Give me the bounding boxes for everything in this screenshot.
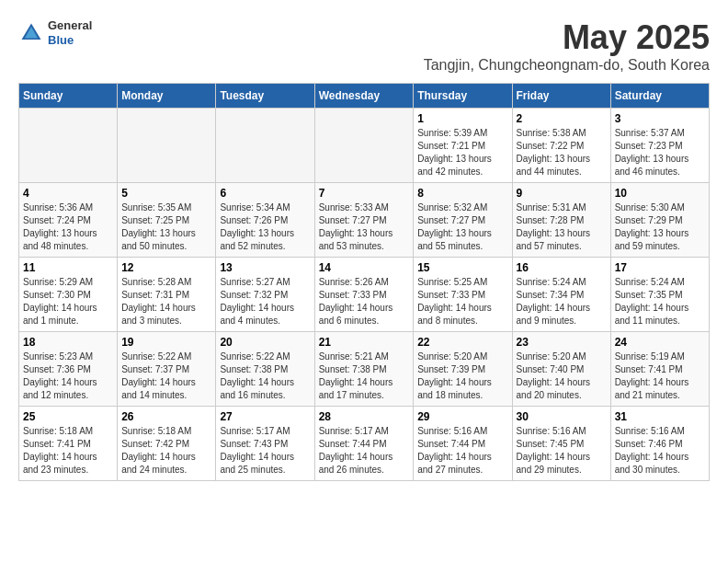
day-number: 15 — [417, 261, 507, 274]
day-info: Sunrise: 5:22 AM Sunset: 7:38 PM Dayligh… — [220, 350, 310, 402]
calendar-day-cell: 31Sunrise: 5:16 AM Sunset: 7:46 PM Dayli… — [610, 407, 709, 481]
calendar-day-cell: 27Sunrise: 5:17 AM Sunset: 7:43 PM Dayli… — [216, 407, 314, 481]
day-info: Sunrise: 5:36 AM Sunset: 7:24 PM Dayligh… — [23, 201, 113, 253]
logo-general: General — [48, 18, 92, 33]
calendar-day-cell: 28Sunrise: 5:17 AM Sunset: 7:44 PM Dayli… — [314, 407, 414, 481]
day-info: Sunrise: 5:26 AM Sunset: 7:33 PM Dayligh… — [319, 276, 410, 327]
day-number: 28 — [319, 410, 410, 423]
calendar-day-cell: 10Sunrise: 5:30 AM Sunset: 7:29 PM Dayli… — [610, 183, 709, 258]
day-number: 22 — [417, 336, 507, 349]
day-info: Sunrise: 5:17 AM Sunset: 7:43 PM Dayligh… — [220, 425, 310, 477]
weekday-header: Saturday — [610, 84, 709, 109]
weekday-header: Wednesday — [314, 84, 414, 109]
calendar-week-row: 11Sunrise: 5:29 AM Sunset: 7:30 PM Dayli… — [19, 258, 710, 332]
logo-text: General Blue — [48, 18, 92, 47]
calendar-day-cell: 25Sunrise: 5:18 AM Sunset: 7:41 PM Dayli… — [19, 407, 118, 481]
calendar-day-cell: 22Sunrise: 5:20 AM Sunset: 7:39 PM Dayli… — [414, 332, 512, 407]
day-number: 4 — [23, 187, 113, 200]
day-info: Sunrise: 5:16 AM Sunset: 7:44 PM Dayligh… — [417, 425, 507, 477]
day-info: Sunrise: 5:27 AM Sunset: 7:32 PM Dayligh… — [220, 276, 310, 327]
calendar-day-cell — [118, 109, 216, 183]
weekday-header: Monday — [118, 84, 216, 109]
day-info: Sunrise: 5:20 AM Sunset: 7:39 PM Dayligh… — [417, 350, 507, 402]
calendar-day-cell: 12Sunrise: 5:28 AM Sunset: 7:31 PM Dayli… — [118, 258, 216, 332]
calendar-day-cell — [19, 109, 118, 183]
calendar-day-cell: 3Sunrise: 5:37 AM Sunset: 7:23 PM Daylig… — [610, 109, 709, 183]
calendar-day-cell: 2Sunrise: 5:38 AM Sunset: 7:22 PM Daylig… — [512, 109, 610, 183]
calendar-day-cell: 7Sunrise: 5:33 AM Sunset: 7:27 PM Daylig… — [314, 183, 414, 258]
day-info: Sunrise: 5:19 AM Sunset: 7:41 PM Dayligh… — [615, 350, 705, 402]
calendar-day-cell: 24Sunrise: 5:19 AM Sunset: 7:41 PM Dayli… — [610, 332, 709, 407]
day-number: 7 — [319, 187, 410, 200]
day-number: 3 — [615, 112, 705, 125]
day-number: 24 — [615, 336, 705, 349]
calendar-day-cell: 6Sunrise: 5:34 AM Sunset: 7:26 PM Daylig… — [216, 183, 314, 258]
calendar-day-cell: 20Sunrise: 5:22 AM Sunset: 7:38 PM Dayli… — [216, 332, 314, 407]
calendar-table: SundayMondayTuesdayWednesdayThursdayFrid… — [18, 83, 710, 481]
day-info: Sunrise: 5:28 AM Sunset: 7:31 PM Dayligh… — [121, 276, 211, 327]
day-number: 17 — [615, 261, 705, 274]
calendar-day-cell: 9Sunrise: 5:31 AM Sunset: 7:28 PM Daylig… — [512, 183, 610, 258]
day-number: 14 — [319, 261, 410, 274]
calendar-day-cell: 30Sunrise: 5:16 AM Sunset: 7:45 PM Dayli… — [512, 407, 610, 481]
calendar-day-cell: 21Sunrise: 5:21 AM Sunset: 7:38 PM Dayli… — [314, 332, 414, 407]
day-info: Sunrise: 5:16 AM Sunset: 7:46 PM Dayligh… — [615, 425, 705, 477]
calendar-week-row: 25Sunrise: 5:18 AM Sunset: 7:41 PM Dayli… — [19, 407, 710, 481]
calendar-day-cell: 11Sunrise: 5:29 AM Sunset: 7:30 PM Dayli… — [19, 258, 118, 332]
day-info: Sunrise: 5:34 AM Sunset: 7:26 PM Dayligh… — [220, 201, 310, 253]
day-number: 9 — [517, 187, 607, 200]
month-title: May 2025 — [424, 18, 710, 57]
calendar-day-cell — [314, 109, 414, 183]
day-info: Sunrise: 5:23 AM Sunset: 7:36 PM Dayligh… — [23, 350, 113, 402]
calendar-day-cell: 18Sunrise: 5:23 AM Sunset: 7:36 PM Dayli… — [19, 332, 118, 407]
day-info: Sunrise: 5:31 AM Sunset: 7:28 PM Dayligh… — [517, 201, 607, 253]
page-header: General Blue May 2025 Tangjin, Chungcheo… — [18, 18, 710, 74]
calendar-day-cell: 23Sunrise: 5:20 AM Sunset: 7:40 PM Dayli… — [512, 332, 610, 407]
day-info: Sunrise: 5:20 AM Sunset: 7:40 PM Dayligh… — [517, 350, 607, 402]
calendar-day-cell: 29Sunrise: 5:16 AM Sunset: 7:44 PM Dayli… — [414, 407, 512, 481]
day-info: Sunrise: 5:39 AM Sunset: 7:21 PM Dayligh… — [417, 127, 507, 178]
day-info: Sunrise: 5:30 AM Sunset: 7:29 PM Dayligh… — [615, 201, 705, 253]
calendar-day-cell: 5Sunrise: 5:35 AM Sunset: 7:25 PM Daylig… — [118, 183, 216, 258]
day-info: Sunrise: 5:18 AM Sunset: 7:41 PM Dayligh… — [23, 425, 113, 477]
day-number: 20 — [220, 336, 310, 349]
day-info: Sunrise: 5:33 AM Sunset: 7:27 PM Dayligh… — [319, 201, 410, 253]
day-info: Sunrise: 5:16 AM Sunset: 7:45 PM Dayligh… — [517, 425, 607, 477]
calendar-day-cell: 14Sunrise: 5:26 AM Sunset: 7:33 PM Dayli… — [314, 258, 414, 332]
day-number: 12 — [121, 261, 211, 274]
calendar-week-row: 1Sunrise: 5:39 AM Sunset: 7:21 PM Daylig… — [19, 109, 710, 183]
calendar-day-cell: 13Sunrise: 5:27 AM Sunset: 7:32 PM Dayli… — [216, 258, 314, 332]
day-info: Sunrise: 5:25 AM Sunset: 7:33 PM Dayligh… — [417, 276, 507, 327]
calendar-week-row: 4Sunrise: 5:36 AM Sunset: 7:24 PM Daylig… — [19, 183, 710, 258]
logo: General Blue — [18, 18, 92, 47]
day-number: 2 — [517, 112, 607, 125]
day-number: 5 — [121, 187, 211, 200]
day-number: 8 — [417, 187, 507, 200]
weekday-header: Thursday — [414, 84, 512, 109]
day-info: Sunrise: 5:37 AM Sunset: 7:23 PM Dayligh… — [615, 127, 705, 178]
calendar-day-cell: 4Sunrise: 5:36 AM Sunset: 7:24 PM Daylig… — [19, 183, 118, 258]
location-title: Tangjin, Chungcheongnam-do, South Korea — [424, 57, 710, 74]
day-number: 26 — [121, 410, 211, 423]
calendar-day-cell: 17Sunrise: 5:24 AM Sunset: 7:35 PM Dayli… — [610, 258, 709, 332]
weekday-header: Friday — [512, 84, 610, 109]
day-number: 18 — [23, 336, 113, 349]
day-info: Sunrise: 5:24 AM Sunset: 7:35 PM Dayligh… — [615, 276, 705, 327]
day-info: Sunrise: 5:35 AM Sunset: 7:25 PM Dayligh… — [121, 201, 211, 253]
weekday-header: Tuesday — [216, 84, 314, 109]
calendar-day-cell: 8Sunrise: 5:32 AM Sunset: 7:27 PM Daylig… — [414, 183, 512, 258]
day-number: 25 — [23, 410, 113, 423]
day-number: 23 — [517, 336, 607, 349]
title-block: May 2025 Tangjin, Chungcheongnam-do, Sou… — [424, 18, 710, 74]
day-number: 6 — [220, 187, 310, 200]
day-number: 19 — [121, 336, 211, 349]
day-number: 13 — [220, 261, 310, 274]
weekday-header-row: SundayMondayTuesdayWednesdayThursdayFrid… — [19, 84, 710, 109]
day-number: 10 — [615, 187, 705, 200]
day-number: 16 — [517, 261, 607, 274]
logo-icon — [18, 20, 44, 46]
day-number: 21 — [319, 336, 410, 349]
day-info: Sunrise: 5:18 AM Sunset: 7:42 PM Dayligh… — [121, 425, 211, 477]
calendar-day-cell: 15Sunrise: 5:25 AM Sunset: 7:33 PM Dayli… — [414, 258, 512, 332]
logo-blue: Blue — [48, 33, 92, 48]
